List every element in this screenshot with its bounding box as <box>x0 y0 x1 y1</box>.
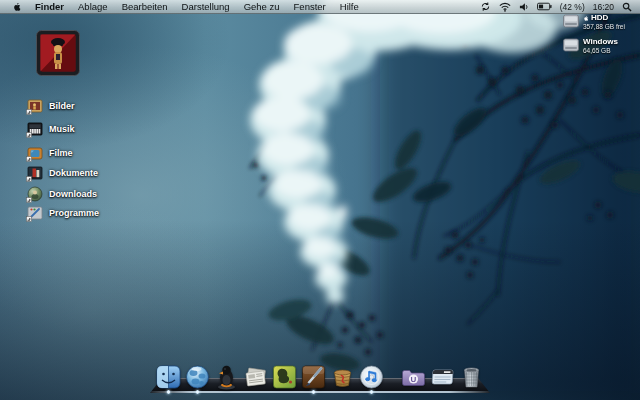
battery-icon[interactable] <box>537 2 552 11</box>
apple-icon <box>12 1 22 13</box>
menu-darstellung[interactable]: Darstellung <box>175 0 237 13</box>
shortcut-dokumente[interactable]: Dokumente <box>26 163 98 183</box>
shortcut-musik[interactable]: Musik <box>26 119 75 139</box>
desktop[interactable]: Finder Ablage Bearbeiten Darstellung Geh… <box>0 0 640 400</box>
shortcut-label: Downloads <box>49 189 97 199</box>
sync-icon[interactable] <box>480 1 491 12</box>
menu-finder[interactable]: Finder <box>28 0 71 13</box>
dock-newsreader[interactable] <box>243 364 269 390</box>
menu-bar: Finder Ablage Bearbeiten Darstellung Geh… <box>0 0 640 14</box>
dock-painting-app[interactable] <box>272 364 298 390</box>
apple-menu[interactable] <box>6 1 28 13</box>
shortcut-label: Filme <box>49 148 73 158</box>
menu-clock[interactable]: 16:20 <box>593 2 614 12</box>
applications-icon <box>26 204 44 222</box>
shortcut-label: Musik <box>49 124 75 134</box>
shortcut-filme[interactable]: Filme <box>26 143 73 163</box>
battery-percent: (42 %) <box>560 2 585 12</box>
wifi-icon[interactable] <box>499 2 511 12</box>
folder-badge-letter: U <box>411 375 417 384</box>
apple-badge-icon <box>583 15 589 22</box>
menu-bearbeiten[interactable]: Bearbeiten <box>115 0 175 13</box>
shortcut-bilder[interactable]: Bilder <box>26 96 75 116</box>
music-icon <box>26 120 44 138</box>
menu-gehe-zu[interactable]: Gehe zu <box>237 0 287 13</box>
window-stack-icon <box>430 364 456 390</box>
dock-itunes[interactable] <box>359 364 385 390</box>
trash-icon <box>459 364 485 390</box>
downloads-icon <box>26 185 44 203</box>
custom-artwork-icon[interactable] <box>36 30 80 76</box>
shortcut-label: Programme <box>49 208 99 218</box>
drive-name: Windows <box>583 38 618 46</box>
running-indicator <box>312 390 316 394</box>
spotlight-icon[interactable] <box>622 2 632 12</box>
dock-browser[interactable] <box>185 364 211 390</box>
browser-globe-icon <box>185 364 211 390</box>
dock-finder[interactable] <box>156 364 182 390</box>
drive-info: 64,65 GB <box>583 47 618 54</box>
finder-icon <box>156 364 182 390</box>
folder-u-icon: U <box>401 364 427 390</box>
dock-basket-app[interactable] <box>330 364 356 390</box>
painting-app-icon <box>272 364 298 390</box>
dock: U <box>146 356 494 400</box>
running-indicator <box>167 390 171 394</box>
menu-ablage[interactable]: Ablage <box>71 0 115 13</box>
drive-info: 357,88 GB frei <box>583 23 625 30</box>
movies-icon <box>26 144 44 162</box>
dock-folder-u[interactable]: U <box>401 364 427 390</box>
shortcut-label: Dokumente <box>49 168 98 178</box>
dock-penguin-app[interactable] <box>214 364 240 390</box>
pictures-icon <box>26 97 44 115</box>
menu-fenster[interactable]: Fenster <box>287 0 333 13</box>
drive-name: HDD <box>591 14 608 22</box>
dock-window-stack[interactable] <box>430 364 456 390</box>
drive-hdd[interactable]: HDD 357,88 GB frei <box>563 14 625 30</box>
menu-hilfe[interactable]: Hilfe <box>333 0 366 13</box>
volume-icon[interactable] <box>519 2 529 12</box>
basket-app-icon <box>330 364 356 390</box>
shortcut-programme[interactable]: Programme <box>26 203 99 223</box>
running-indicator <box>196 390 200 394</box>
dock-pen-writing-app[interactable] <box>301 364 327 390</box>
running-indicator <box>370 390 374 394</box>
shortcut-downloads[interactable]: Downloads <box>26 184 97 204</box>
hard-drive-icon <box>563 38 579 52</box>
pen-writing-app-icon <box>301 364 327 390</box>
hard-drive-icon <box>563 14 579 28</box>
penguin-app-icon <box>214 364 240 390</box>
drive-windows[interactable]: Windows 64,65 GB <box>563 38 618 54</box>
dock-trash[interactable] <box>459 364 485 390</box>
documents-icon <box>26 164 44 182</box>
itunes-icon <box>359 364 385 390</box>
newsreader-icon <box>243 364 269 390</box>
shortcut-label: Bilder <box>49 101 75 111</box>
